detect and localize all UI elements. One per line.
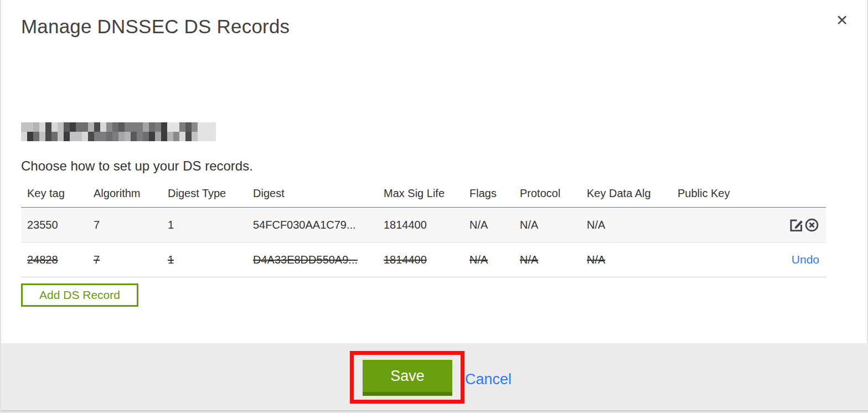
close-icon[interactable]: ✕ bbox=[831, 10, 852, 31]
edit-record-button[interactable] bbox=[789, 218, 804, 233]
circle-x-icon bbox=[804, 226, 819, 234]
cell-digest: D4A33E8DD550A9... bbox=[253, 254, 358, 266]
cancel-link[interactable]: Cancel bbox=[465, 371, 512, 388]
undo-link[interactable]: Undo bbox=[792, 253, 819, 266]
cell-protocol: N/A bbox=[520, 219, 538, 231]
cell-key-tag: 23550 bbox=[27, 219, 58, 231]
col-header-algorithm: Algorithm bbox=[87, 182, 162, 208]
cell-algorithm: 7 bbox=[94, 219, 100, 231]
cell-key-tag: 24828 bbox=[27, 254, 58, 266]
col-header-digest: Digest bbox=[247, 182, 378, 208]
modal-footer: Save Cancel bbox=[1, 343, 868, 410]
cell-digest-type: 1 bbox=[168, 254, 174, 266]
subtitle-text: Choose how to set up your DS records. bbox=[21, 158, 253, 174]
col-header-digest-type: Digest Type bbox=[162, 182, 247, 208]
ds-records-table: Key tag Algorithm Digest Type Digest Max… bbox=[21, 182, 826, 277]
cell-protocol: N/A bbox=[520, 254, 538, 266]
table-header-row: Key tag Algorithm Digest Type Digest Max… bbox=[21, 182, 826, 208]
modal-bottom-edge bbox=[1, 410, 868, 413]
cell-digest-type: 1 bbox=[168, 219, 174, 231]
col-header-protocol: Protocol bbox=[514, 182, 581, 208]
page-title: Manage DNSSEC DS Records bbox=[21, 16, 290, 38]
cell-flags: N/A bbox=[469, 254, 488, 266]
col-header-flags: Flags bbox=[463, 182, 514, 208]
col-header-actions bbox=[743, 182, 826, 208]
cell-key-data-alg: N/A bbox=[587, 219, 605, 231]
edit-pencil-icon bbox=[789, 226, 804, 234]
cell-key-data-alg: N/A bbox=[587, 254, 605, 266]
add-ds-record-button[interactable]: Add DS Record bbox=[21, 283, 138, 307]
annotation-red-box: Save bbox=[350, 351, 464, 404]
col-header-public-key: Public Key bbox=[671, 182, 743, 208]
table-row-deleted: 24828 7 1 D4A33E8DD550A9... 1814400 N/A … bbox=[21, 242, 826, 277]
delete-record-button[interactable] bbox=[804, 218, 819, 233]
cell-flags: N/A bbox=[469, 219, 488, 231]
redacted-domain-name bbox=[21, 122, 218, 141]
table-row: 23550 7 1 54FCF030AA1C79... 1814400 N/A … bbox=[21, 208, 826, 242]
cell-algorithm: 7 bbox=[94, 254, 100, 266]
save-button[interactable]: Save bbox=[363, 360, 452, 396]
manage-dnssec-modal: Manage DNSSEC DS Records ✕ Choose how to… bbox=[0, 0, 868, 413]
col-header-key-tag: Key tag bbox=[21, 182, 87, 208]
col-header-key-data-alg: Key Data Alg bbox=[581, 182, 671, 208]
col-header-max-sig-life: Max Sig Life bbox=[378, 182, 463, 208]
cell-max-sig-life: 1814400 bbox=[384, 254, 427, 266]
cell-max-sig-life: 1814400 bbox=[384, 219, 427, 231]
cell-digest: 54FCF030AA1C79... bbox=[253, 219, 356, 231]
